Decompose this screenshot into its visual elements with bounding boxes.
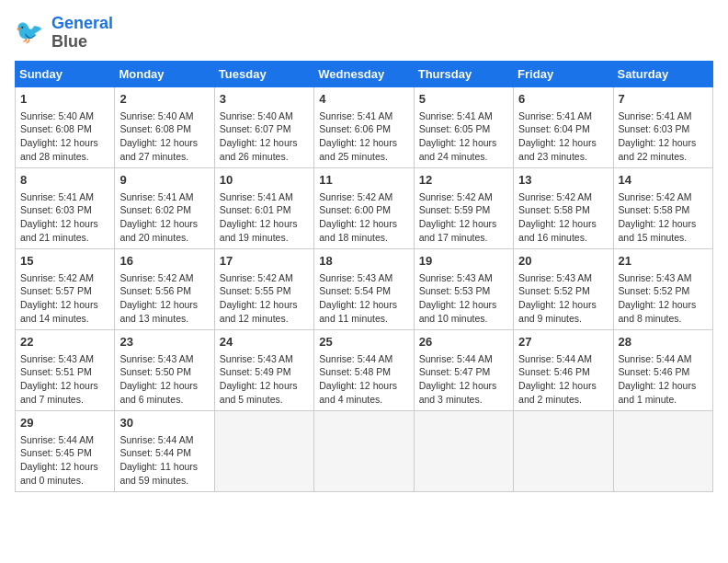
day-number: 11 bbox=[319, 172, 408, 189]
day-number: 20 bbox=[518, 253, 608, 270]
calendar-cell: 20Sunrise: 5:43 AM Sunset: 5:52 PM Dayli… bbox=[514, 248, 613, 329]
day-info: Sunrise: 5:42 AM Sunset: 5:57 PM Dayligh… bbox=[20, 271, 109, 326]
day-number: 4 bbox=[319, 91, 408, 108]
calendar-cell: 10Sunrise: 5:41 AM Sunset: 6:01 PM Dayli… bbox=[214, 167, 313, 248]
day-number: 18 bbox=[319, 253, 408, 270]
calendar-cell: 9Sunrise: 5:41 AM Sunset: 6:02 PM Daylig… bbox=[115, 167, 214, 248]
day-number: 3 bbox=[220, 91, 309, 108]
day-number: 13 bbox=[518, 172, 608, 189]
day-info: Sunrise: 5:41 AM Sunset: 6:01 PM Dayligh… bbox=[220, 190, 309, 245]
calendar-cell: 5Sunrise: 5:41 AM Sunset: 6:05 PM Daylig… bbox=[414, 86, 513, 167]
calendar-cell bbox=[314, 410, 414, 491]
calendar-cell: 11Sunrise: 5:42 AM Sunset: 6:00 PM Dayli… bbox=[314, 167, 414, 248]
column-header-friday: Friday bbox=[514, 61, 613, 86]
day-info: Sunrise: 5:42 AM Sunset: 5:58 PM Dayligh… bbox=[518, 190, 608, 245]
day-info: Sunrise: 5:44 AM Sunset: 5:48 PM Dayligh… bbox=[319, 352, 408, 407]
day-number: 24 bbox=[220, 334, 309, 350]
day-info: Sunrise: 5:43 AM Sunset: 5:53 PM Dayligh… bbox=[419, 271, 508, 326]
day-number: 5 bbox=[419, 91, 508, 108]
day-info: Sunrise: 5:43 AM Sunset: 5:49 PM Dayligh… bbox=[220, 352, 309, 407]
column-header-wednesday: Wednesday bbox=[314, 61, 414, 86]
calendar-cell: 13Sunrise: 5:42 AM Sunset: 5:58 PM Dayli… bbox=[514, 167, 613, 248]
calendar-cell: 4Sunrise: 5:41 AM Sunset: 6:06 PM Daylig… bbox=[314, 86, 414, 167]
day-info: Sunrise: 5:44 AM Sunset: 5:45 PM Dayligh… bbox=[20, 433, 109, 488]
day-info: Sunrise: 5:41 AM Sunset: 6:03 PM Dayligh… bbox=[20, 190, 109, 245]
page-header: 🐦 GeneralBlue bbox=[15, 15, 713, 52]
day-info: Sunrise: 5:40 AM Sunset: 6:08 PM Dayligh… bbox=[20, 109, 109, 164]
day-number: 27 bbox=[518, 334, 608, 350]
day-number: 9 bbox=[119, 172, 209, 189]
calendar-cell: 28Sunrise: 5:44 AM Sunset: 5:46 PM Dayli… bbox=[613, 329, 712, 410]
calendar-cell: 21Sunrise: 5:43 AM Sunset: 5:52 PM Dayli… bbox=[613, 248, 712, 329]
day-info: Sunrise: 5:42 AM Sunset: 6:00 PM Dayligh… bbox=[319, 190, 408, 245]
day-info: Sunrise: 5:42 AM Sunset: 5:56 PM Dayligh… bbox=[119, 271, 209, 326]
column-header-monday: Monday bbox=[115, 61, 214, 86]
calendar-cell bbox=[514, 410, 613, 491]
calendar-cell: 27Sunrise: 5:44 AM Sunset: 5:46 PM Dayli… bbox=[514, 329, 613, 410]
day-number: 2 bbox=[119, 91, 209, 108]
calendar-cell: 29Sunrise: 5:44 AM Sunset: 5:45 PM Dayli… bbox=[16, 410, 115, 491]
calendar-cell: 3Sunrise: 5:40 AM Sunset: 6:07 PM Daylig… bbox=[214, 86, 313, 167]
day-info: Sunrise: 5:41 AM Sunset: 6:04 PM Dayligh… bbox=[518, 109, 608, 164]
calendar-cell bbox=[414, 410, 513, 491]
column-header-saturday: Saturday bbox=[613, 61, 712, 86]
day-info: Sunrise: 5:41 AM Sunset: 6:02 PM Dayligh… bbox=[119, 190, 209, 245]
calendar-cell: 12Sunrise: 5:42 AM Sunset: 5:59 PM Dayli… bbox=[414, 167, 513, 248]
logo: 🐦 GeneralBlue bbox=[15, 15, 113, 52]
day-number: 28 bbox=[619, 334, 708, 350]
day-info: Sunrise: 5:44 AM Sunset: 5:47 PM Dayligh… bbox=[419, 352, 508, 407]
calendar-week-1: 1Sunrise: 5:40 AM Sunset: 6:08 PM Daylig… bbox=[16, 86, 713, 167]
day-number: 30 bbox=[119, 415, 209, 431]
day-number: 25 bbox=[319, 334, 408, 350]
day-info: Sunrise: 5:41 AM Sunset: 6:03 PM Dayligh… bbox=[619, 109, 708, 164]
day-number: 15 bbox=[20, 253, 109, 270]
day-number: 22 bbox=[20, 334, 109, 350]
calendar-cell: 6Sunrise: 5:41 AM Sunset: 6:04 PM Daylig… bbox=[514, 86, 613, 167]
day-info: Sunrise: 5:42 AM Sunset: 5:55 PM Dayligh… bbox=[220, 271, 309, 326]
day-info: Sunrise: 5:41 AM Sunset: 6:06 PM Dayligh… bbox=[319, 109, 408, 164]
day-info: Sunrise: 5:43 AM Sunset: 5:50 PM Dayligh… bbox=[119, 352, 209, 407]
calendar-week-4: 22Sunrise: 5:43 AM Sunset: 5:51 PM Dayli… bbox=[16, 329, 713, 410]
logo-icon: 🐦 bbox=[15, 17, 48, 50]
calendar-cell: 16Sunrise: 5:42 AM Sunset: 5:56 PM Dayli… bbox=[115, 248, 214, 329]
calendar-cell: 18Sunrise: 5:43 AM Sunset: 5:54 PM Dayli… bbox=[314, 248, 414, 329]
calendar-week-3: 15Sunrise: 5:42 AM Sunset: 5:57 PM Dayli… bbox=[16, 248, 713, 329]
calendar-body: 1Sunrise: 5:40 AM Sunset: 6:08 PM Daylig… bbox=[16, 86, 713, 491]
day-number: 1 bbox=[20, 91, 109, 108]
day-number: 7 bbox=[619, 91, 708, 108]
day-number: 10 bbox=[220, 172, 309, 189]
calendar-cell: 7Sunrise: 5:41 AM Sunset: 6:03 PM Daylig… bbox=[613, 86, 712, 167]
column-header-thursday: Thursday bbox=[414, 61, 513, 86]
day-info: Sunrise: 5:40 AM Sunset: 6:07 PM Dayligh… bbox=[220, 109, 309, 164]
calendar-table: SundayMondayTuesdayWednesdayThursdayFrid… bbox=[15, 61, 713, 492]
calendar-cell: 2Sunrise: 5:40 AM Sunset: 6:08 PM Daylig… bbox=[115, 86, 214, 167]
column-header-sunday: Sunday bbox=[16, 61, 115, 86]
day-number: 29 bbox=[20, 415, 109, 431]
day-number: 23 bbox=[119, 334, 209, 350]
calendar-cell: 19Sunrise: 5:43 AM Sunset: 5:53 PM Dayli… bbox=[414, 248, 513, 329]
calendar-cell bbox=[214, 410, 313, 491]
calendar-week-2: 8Sunrise: 5:41 AM Sunset: 6:03 PM Daylig… bbox=[16, 167, 713, 248]
day-info: Sunrise: 5:42 AM Sunset: 5:59 PM Dayligh… bbox=[419, 190, 508, 245]
column-header-tuesday: Tuesday bbox=[214, 61, 313, 86]
calendar-cell: 26Sunrise: 5:44 AM Sunset: 5:47 PM Dayli… bbox=[414, 329, 513, 410]
day-number: 16 bbox=[119, 253, 209, 270]
calendar-cell: 23Sunrise: 5:43 AM Sunset: 5:50 PM Dayli… bbox=[115, 329, 214, 410]
calendar-cell: 8Sunrise: 5:41 AM Sunset: 6:03 PM Daylig… bbox=[16, 167, 115, 248]
day-info: Sunrise: 5:44 AM Sunset: 5:46 PM Dayligh… bbox=[619, 352, 708, 407]
day-number: 26 bbox=[419, 334, 508, 350]
day-number: 17 bbox=[220, 253, 309, 270]
calendar-cell: 15Sunrise: 5:42 AM Sunset: 5:57 PM Dayli… bbox=[16, 248, 115, 329]
day-number: 8 bbox=[20, 172, 109, 189]
calendar-cell: 17Sunrise: 5:42 AM Sunset: 5:55 PM Dayli… bbox=[214, 248, 313, 329]
day-info: Sunrise: 5:43 AM Sunset: 5:54 PM Dayligh… bbox=[319, 271, 408, 326]
day-info: Sunrise: 5:43 AM Sunset: 5:52 PM Dayligh… bbox=[619, 271, 708, 326]
day-info: Sunrise: 5:40 AM Sunset: 6:08 PM Dayligh… bbox=[119, 109, 209, 164]
calendar-cell: 25Sunrise: 5:44 AM Sunset: 5:48 PM Dayli… bbox=[314, 329, 414, 410]
calendar-cell: 14Sunrise: 5:42 AM Sunset: 5:58 PM Dayli… bbox=[613, 167, 712, 248]
calendar-week-5: 29Sunrise: 5:44 AM Sunset: 5:45 PM Dayli… bbox=[16, 410, 713, 491]
day-info: Sunrise: 5:43 AM Sunset: 5:52 PM Dayligh… bbox=[518, 271, 608, 326]
day-info: Sunrise: 5:42 AM Sunset: 5:58 PM Dayligh… bbox=[619, 190, 708, 245]
calendar-header: SundayMondayTuesdayWednesdayThursdayFrid… bbox=[16, 61, 713, 86]
calendar-cell: 30Sunrise: 5:44 AM Sunset: 5:44 PM Dayli… bbox=[115, 410, 214, 491]
